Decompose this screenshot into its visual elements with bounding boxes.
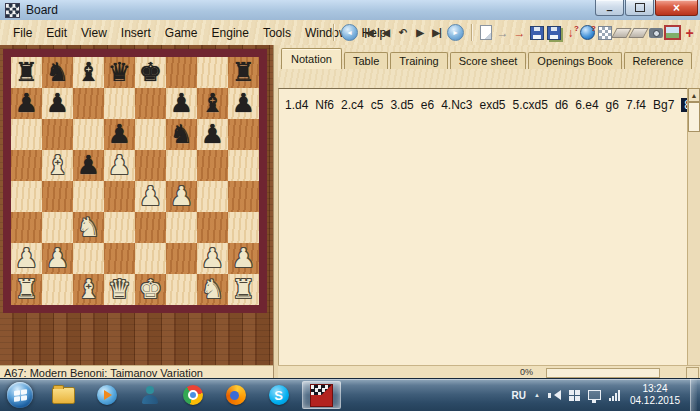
board-square[interactable] [73,243,104,274]
taskbar-app-media-player[interactable] [87,381,126,409]
notation-move[interactable]: Bg7 [653,98,674,112]
goto-start-icon[interactable]: |◀ [360,24,377,42]
notation-move[interactable]: exd5 [480,98,506,112]
white-pawn[interactable]: ♟ [166,181,197,212]
board-square[interactable]: ♟ [11,88,42,119]
tray-expand-icon[interactable]: ▲ [534,392,540,398]
tab-notation[interactable]: Notation [281,48,342,69]
taskbar-app-chrome[interactable] [173,381,212,409]
board-square[interactable]: ♚ [135,274,166,305]
signal-icon[interactable] [609,390,620,401]
menu-insert[interactable]: Insert [114,26,158,40]
board-square[interactable] [104,88,135,119]
board-square[interactable] [166,274,197,305]
board-square[interactable]: ♝ [73,57,104,88]
board-square[interactable] [42,181,73,212]
board-square[interactable]: ♟ [104,119,135,150]
menu-tools[interactable]: Tools [256,26,298,40]
close-button[interactable]: × [655,0,698,16]
notation-move[interactable]: e6 [421,98,434,112]
board-square[interactable] [166,212,197,243]
undo-move-icon[interactable]: ↶ [394,24,411,42]
network-icon[interactable] [588,390,601,400]
board-square[interactable] [42,119,73,150]
board-square[interactable] [11,150,42,181]
black-knight[interactable]: ♞ [166,119,197,150]
board-square[interactable] [197,57,228,88]
goto-end-icon[interactable]: ▶| [428,24,445,42]
taskbar-app-explorer[interactable] [44,381,83,409]
go-back-circle-icon[interactable]: ◄ [341,24,358,41]
board-square[interactable] [228,212,259,243]
board-square[interactable]: ♟ [166,181,197,212]
white-rook[interactable]: ♜ [228,274,259,305]
photo-icon[interactable] [647,24,664,42]
board-square[interactable] [73,88,104,119]
board-square[interactable]: ♟ [73,150,104,181]
board-square[interactable]: ♟ [228,243,259,274]
white-bishop[interactable]: ♝ [42,150,73,181]
setup-position-icon[interactable] [596,24,613,42]
load-game-icon[interactable]: → [511,24,528,42]
black-pawn[interactable]: ♟ [104,119,135,150]
white-pawn[interactable]: ♟ [42,243,73,274]
notation-move[interactable]: g6 [606,98,619,112]
save-icon[interactable] [528,24,545,42]
black-knight[interactable]: ♞ [42,57,73,88]
board-square[interactable] [135,212,166,243]
board-square[interactable] [197,181,228,212]
board-square[interactable] [228,181,259,212]
board-square[interactable] [228,150,259,181]
board-square[interactable] [228,119,259,150]
notation-move[interactable]: 7.f4 [626,98,646,112]
taskbar-app-skype[interactable]: S [259,381,298,409]
notation-move[interactable]: Nf6 [315,98,334,112]
black-king[interactable]: ♚ [135,57,166,88]
board-square[interactable] [135,119,166,150]
notation-move[interactable]: 3.d5 [390,98,413,112]
black-pawn[interactable]: ♟ [197,119,228,150]
board-square[interactable] [104,243,135,274]
training-cross-icon[interactable]: + [681,24,698,42]
maximize-button[interactable] [625,0,654,16]
board-square[interactable] [197,212,228,243]
board-square[interactable]: ♟ [42,243,73,274]
black-pawn[interactable]: ♟ [228,88,259,119]
tab-reference[interactable]: Reference [624,52,693,69]
white-pawn[interactable]: ♟ [197,243,228,274]
white-pawn[interactable]: ♟ [11,243,42,274]
web-query-icon[interactable]: ? [579,24,596,42]
board-square[interactable] [135,88,166,119]
go-forward-circle-icon[interactable]: ► [447,24,464,41]
tab-openings-book[interactable]: Openings Book [528,52,621,69]
start-button[interactable] [7,382,33,408]
tab-training[interactable]: Training [390,52,447,69]
step-back-icon[interactable]: ◀ [377,24,394,42]
notation-move[interactable]: 1.d4 [285,98,308,112]
black-pawn[interactable]: ♟ [11,88,42,119]
notation-move[interactable]: 2.c4 [341,98,364,112]
taskbar-app-chessbase[interactable] [302,381,341,409]
board-square[interactable]: ♟ [11,243,42,274]
white-queen[interactable]: ♛ [104,274,135,305]
action-center-icon[interactable] [569,390,580,401]
board-square[interactable]: ♛ [104,274,135,305]
board-square[interactable]: ♚ [135,57,166,88]
language-indicator[interactable]: RU [512,390,526,401]
white-bishop[interactable]: ♝ [73,274,104,305]
board-square[interactable]: ♜ [228,274,259,305]
board-square[interactable]: ♟ [42,88,73,119]
notation-scrollbar[interactable]: ▲ [687,88,700,366]
black-bishop[interactable]: ♝ [73,57,104,88]
menu-engine[interactable]: Engine [205,26,256,40]
black-pawn[interactable]: ♟ [42,88,73,119]
board-square[interactable]: ♞ [73,212,104,243]
white-pawn[interactable]: ♟ [135,181,166,212]
board-square[interactable]: ♞ [197,274,228,305]
menu-game[interactable]: Game [158,26,205,40]
board-square[interactable]: ♟ [228,88,259,119]
media-icon[interactable] [664,24,681,42]
black-queen[interactable]: ♛ [104,57,135,88]
notation-move[interactable]: c5 [371,98,384,112]
board-square[interactable]: ♟ [135,181,166,212]
